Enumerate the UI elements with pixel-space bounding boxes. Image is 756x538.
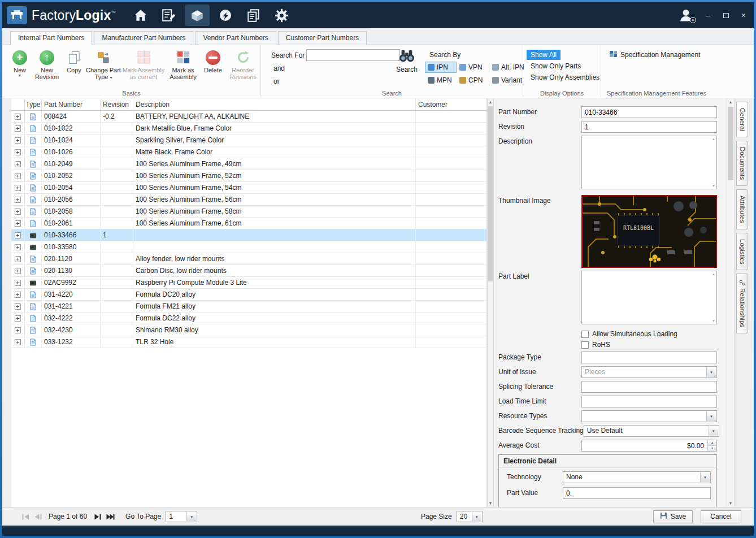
home-icon[interactable] bbox=[128, 5, 153, 26]
scroll-down-icon[interactable]: ▼ bbox=[488, 500, 493, 507]
table-row[interactable]: 033-1232TLR 32 Hole bbox=[11, 336, 486, 348]
table-row[interactable]: 010-2058100 Series Aluminum Frame, 58cm bbox=[11, 206, 486, 218]
table-row[interactable]: 010-2061100 Series Aluminum Frame, 61cm bbox=[11, 218, 486, 229]
expand-toggle[interactable] bbox=[11, 123, 25, 134]
copy-button[interactable]: Copy bbox=[62, 48, 86, 73]
revision-input[interactable] bbox=[581, 121, 717, 133]
type-column-header[interactable]: Type bbox=[25, 98, 42, 110]
scrollbar-thumb[interactable] bbox=[488, 106, 493, 281]
table-row[interactable]: 032-4222Formula DC22 alloy bbox=[11, 313, 486, 324]
search-by-cpn[interactable]: CPN bbox=[457, 75, 489, 86]
mark-assembly-current-button[interactable]: Mark Assembly as current bbox=[121, 48, 166, 80]
expand-toggle[interactable] bbox=[11, 265, 25, 276]
detail-scrollbar[interactable]: ▲ ▼ bbox=[727, 98, 735, 507]
expand-toggle[interactable] bbox=[11, 170, 25, 181]
dispatch-icon[interactable] bbox=[213, 5, 238, 26]
description-textarea[interactable] bbox=[581, 136, 717, 189]
scroll-down-icon[interactable]: ▼ bbox=[712, 184, 715, 188]
search-input[interactable] bbox=[306, 49, 400, 61]
average-cost-input[interactable] bbox=[581, 440, 717, 452]
expand-toggle[interactable] bbox=[11, 206, 25, 217]
new-revision-button[interactable]: ↑ New Revision bbox=[32, 48, 62, 80]
customer-column-header[interactable]: Customer bbox=[416, 98, 486, 110]
average-cost-spinner[interactable]: ▲▼ bbox=[707, 440, 716, 451]
expand-toggle[interactable] bbox=[11, 253, 25, 264]
table-row[interactable]: 010-1022Dark Metallic Blue, Frame Color bbox=[11, 123, 486, 134]
gear-icon[interactable] bbox=[270, 5, 294, 26]
search-by-ipn[interactable]: IPN bbox=[425, 62, 457, 73]
delete-button[interactable]: Delete bbox=[200, 48, 226, 73]
scroll-up-icon[interactable]: ▲ bbox=[712, 272, 715, 276]
maximize-icon[interactable] bbox=[723, 13, 729, 18]
scroll-down-icon[interactable]: ▼ bbox=[727, 500, 734, 507]
scroll-up-icon[interactable]: ▲ bbox=[488, 98, 493, 106]
expand-toggle[interactable] bbox=[11, 111, 25, 122]
part-numbers-module-icon[interactable] bbox=[185, 5, 210, 26]
tab-internal-part-numbers[interactable]: Internal Part Numbers bbox=[10, 31, 92, 45]
table-row[interactable]: 031-4221Formula FM21 alloy bbox=[11, 301, 486, 313]
part-number-column-header[interactable]: Part Number bbox=[42, 98, 101, 110]
package-type-input[interactable] bbox=[581, 352, 717, 363]
page-size-select[interactable]: 20▼ bbox=[457, 511, 483, 522]
side-tab-relationships[interactable]: Relationships bbox=[736, 274, 748, 333]
table-row[interactable]: 020-1120Alloy fender, low rider mounts bbox=[11, 253, 486, 265]
table-row[interactable]: 010-2054100 Series Aluminum Frame, 54cm bbox=[11, 182, 486, 194]
table-row[interactable]: 010-33580 bbox=[11, 241, 486, 253]
go-to-page-select[interactable]: 1▼ bbox=[166, 511, 197, 522]
unit-of-issue-select[interactable]: Pieces▼ bbox=[581, 366, 717, 378]
side-tab-logistics[interactable]: Logistics bbox=[736, 233, 748, 271]
table-row[interactable]: 010-1024Sparkling Silver, Frame Color bbox=[11, 134, 486, 146]
side-tab-attributes[interactable]: Attributes bbox=[736, 189, 748, 229]
reorder-revisions-button[interactable]: Reorder Revisions bbox=[226, 48, 260, 80]
first-page-button[interactable] bbox=[19, 511, 32, 522]
production-plan-icon[interactable] bbox=[157, 5, 181, 26]
resource-types-select[interactable]: ▼ bbox=[581, 410, 717, 422]
rohs-checkbox[interactable]: RoHS bbox=[581, 341, 610, 349]
allow-simultaneous-loading-checkbox[interactable]: Allow Simultaneous Loading bbox=[581, 330, 677, 338]
expand-toggle[interactable] bbox=[11, 277, 25, 288]
barcode-sequence-tracking-select[interactable]: Use Default▼ bbox=[584, 425, 719, 437]
last-page-button[interactable] bbox=[104, 511, 116, 522]
tab-vendor-part-numbers[interactable]: Vendor Part Numbers bbox=[195, 31, 276, 45]
specification-management-button[interactable]: Specification Management bbox=[609, 50, 712, 59]
thumbnail-image[interactable]: RTL8100BL bbox=[581, 195, 717, 268]
tab-customer-part-numbers[interactable]: Customer Part Numbers bbox=[278, 31, 367, 45]
part-value-input[interactable] bbox=[563, 487, 711, 499]
search-by-mpn[interactable]: MPN bbox=[425, 75, 457, 86]
expand-toggle[interactable] bbox=[11, 146, 25, 158]
display-option-show-only-assemblies[interactable]: Show Only Assemblies bbox=[527, 72, 603, 83]
expand-toggle[interactable] bbox=[11, 336, 25, 348]
table-row[interactable]: 010-1026Matte Black, Frame Color bbox=[11, 146, 486, 158]
load-time-limit-input[interactable] bbox=[581, 396, 717, 407]
spinner-down-icon[interactable]: ▼ bbox=[708, 446, 716, 451]
display-option-show-only-parts[interactable]: Show Only Parts bbox=[527, 61, 585, 71]
scrollbar-thumb[interactable] bbox=[728, 107, 733, 180]
part-label-textarea[interactable] bbox=[581, 271, 717, 324]
expand-toggle[interactable] bbox=[11, 134, 25, 146]
mark-as-assembly-button[interactable]: Mark as Assembly bbox=[166, 48, 200, 80]
table-row[interactable]: 010-2049100 Series Aluminum Frame, 49cm bbox=[11, 158, 486, 170]
scroll-up-icon[interactable]: ▲ bbox=[712, 137, 715, 141]
scroll-up-icon[interactable]: ▲ bbox=[727, 98, 734, 106]
table-row[interactable]: 020-1130Carbon Disc, low rider mounts bbox=[11, 265, 486, 277]
new-button[interactable]: + New ▾ bbox=[8, 48, 32, 78]
table-row[interactable]: 031-4220Formula DC20 alloy bbox=[11, 289, 486, 301]
user-account-icon[interactable]: × bbox=[677, 6, 695, 24]
part-number-input[interactable] bbox=[581, 106, 717, 118]
tab-manufacturer-part-numbers[interactable]: Manufacturer Part Numbers bbox=[94, 31, 193, 45]
spinner-up-icon[interactable]: ▲ bbox=[708, 440, 716, 446]
table-row[interactable]: 02AC9992Raspberry Pi Compute Module 3 Li… bbox=[11, 277, 486, 289]
expand-toggle[interactable] bbox=[11, 229, 25, 241]
table-row[interactable]: 008424-0.2BATTERY, PENLIGHT AA, ALKALINE bbox=[11, 111, 486, 123]
search-button[interactable]: Search bbox=[394, 48, 419, 73]
expand-toggle[interactable] bbox=[11, 301, 25, 312]
expand-toggle[interactable] bbox=[11, 182, 25, 193]
expand-toggle[interactable] bbox=[11, 218, 25, 229]
side-tab-documents[interactable]: Documents bbox=[736, 141, 748, 186]
cancel-button[interactable]: Cancel bbox=[701, 510, 741, 523]
close-icon[interactable]: × bbox=[741, 11, 746, 19]
table-row[interactable]: 010-334661 bbox=[11, 229, 486, 241]
side-tab-general[interactable]: General bbox=[736, 102, 748, 137]
table-row[interactable]: 032-4230Shimano RM30 alloy bbox=[11, 324, 486, 336]
change-part-type-button[interactable]: Change Part Type ▾ bbox=[86, 48, 121, 80]
